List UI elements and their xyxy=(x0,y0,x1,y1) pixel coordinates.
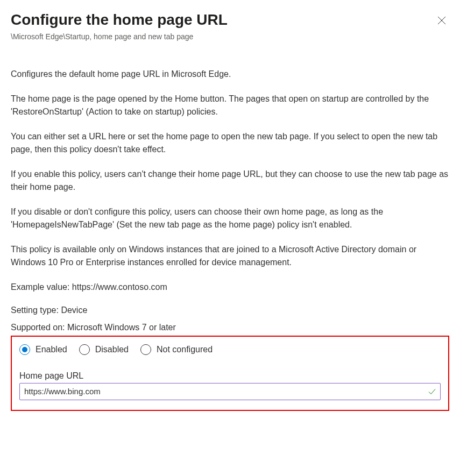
radio-icon xyxy=(140,344,151,355)
config-panel: Enabled Disabled Not configured Home pag… xyxy=(11,336,449,411)
close-button[interactable] xyxy=(434,13,449,30)
radio-icon xyxy=(19,344,30,355)
homepage-url-input[interactable] xyxy=(19,383,441,400)
radio-not-configured[interactable]: Not configured xyxy=(140,344,213,355)
radio-icon xyxy=(79,344,90,355)
description-paragraph: Example value: https://www.contoso.com xyxy=(11,281,449,294)
description-paragraph: The home page is the page opened by the … xyxy=(11,93,449,118)
page-title: Configure the home page URL xyxy=(11,11,228,29)
radio-label: Enabled xyxy=(36,345,67,354)
policy-description: Configures the default home page URL in … xyxy=(11,68,449,294)
radio-disabled[interactable]: Disabled xyxy=(79,344,129,355)
breadcrumb: \Microsoft Edge\Startup, home page and n… xyxy=(11,32,228,41)
radio-enabled[interactable]: Enabled xyxy=(19,344,67,355)
homepage-url-label: Home page URL xyxy=(19,371,441,381)
setting-type: Setting type: Device xyxy=(11,306,449,315)
description-paragraph: Configures the default home page URL in … xyxy=(11,68,449,81)
state-radio-group: Enabled Disabled Not configured xyxy=(19,344,441,355)
description-paragraph: This policy is available only on Windows… xyxy=(11,243,449,269)
description-paragraph: You can either set a URL here or set the… xyxy=(11,130,449,156)
radio-label: Not configured xyxy=(157,345,213,354)
radio-label: Disabled xyxy=(95,345,129,354)
close-icon xyxy=(437,16,446,26)
description-paragraph: If you disable or don't configure this p… xyxy=(11,205,449,231)
supported-on: Supported on: Microsoft Windows 7 or lat… xyxy=(11,323,449,332)
description-paragraph: If you enable this policy, users can't c… xyxy=(11,168,449,194)
